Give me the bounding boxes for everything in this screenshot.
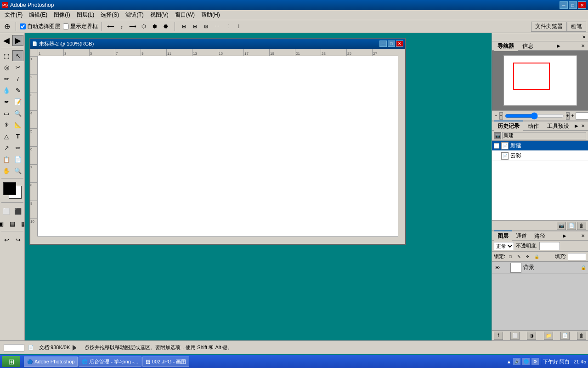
screen-mode-1[interactable]: ▣ [0,218,6,229]
jump-to-icon[interactable]: ↩ [1,234,12,245]
magic-wand-tool[interactable]: ✂ [12,62,23,73]
slice-tool[interactable]: / [12,73,23,84]
navigator-close[interactable]: ✕ [580,43,586,49]
show-bounds-checkbox[interactable]: 显示定界框 [63,23,98,30]
blur-tool[interactable]: ✳ [1,119,12,130]
tab-actions[interactable]: 动作 [524,121,543,131]
zoom-plus-button[interactable]: + [566,112,570,120]
marquee-tool[interactable]: ⬚ [1,50,12,61]
eyedropper-tool[interactable]: 📄 [12,154,23,165]
zoom-input[interactable]: 100% [576,112,588,120]
zoom-level-input[interactable]: 100% [4,344,24,351]
layer-delete-btn[interactable]: 🗑 [577,332,586,340]
shape-tool[interactable]: ✏ [12,142,23,153]
brush-button[interactable]: 画笔 [567,22,586,32]
maximize-button[interactable]: □ [569,1,577,9]
layer-new-btn[interactable]: 📄 [560,332,570,340]
history-expand[interactable]: ▶ [575,123,578,128]
distrib-e-icon[interactable]: ⋮ [223,22,233,32]
zoom-slider[interactable] [505,112,564,120]
canvas-close[interactable]: ✕ [396,40,403,47]
tab-channels[interactable]: 通道 [512,230,531,241]
history-back-icon[interactable]: ◀ [1,35,12,46]
lock-transparent-btn[interactable]: □ [507,253,514,260]
lock-position-btn[interactable]: ✛ [524,253,531,260]
menu-view[interactable]: 视图(V) [147,10,171,20]
align-top-icon[interactable]: ⬡ [139,22,149,32]
layer-visibility-icon[interactable]: 👁 [494,264,500,271]
menu-window[interactable]: 窗口(W) [172,10,198,20]
canvas-content[interactable] [38,56,398,236]
menu-file[interactable]: 文件(F) [2,10,25,20]
align-middle-icon[interactable]: ⬢ [150,22,160,32]
quick-mask-icon[interactable]: ⬛ [12,206,23,217]
fill-tool[interactable]: 🔍 [12,108,23,119]
zoom-minus-button[interactable]: − [499,112,503,120]
auto-select-checkbox[interactable]: 自动选择图层 [20,23,60,30]
path-select-tool[interactable]: ↗ [1,142,12,153]
file-browser-button[interactable]: 文件浏览器 [531,22,567,32]
lock-image-btn[interactable]: ✎ [515,253,523,260]
text-tool[interactable]: T [12,131,23,142]
canvas-scrollbar-vertical[interactable] [398,56,405,236]
distrib-f-icon[interactable]: ⁞ [234,22,244,32]
eraser-tool[interactable]: ▭ [1,108,12,119]
move-tool[interactable]: ↖ [12,50,23,61]
auto-select-input[interactable] [20,23,26,29]
action-play-btn[interactable] [73,345,78,351]
hand-tool[interactable]: ✋ [1,165,12,176]
zoom-tool[interactable]: 🔍 [12,165,23,176]
canvas-maximize[interactable]: □ [388,40,395,47]
stamp-tool[interactable]: ✒ [1,96,12,107]
right-panel-close[interactable]: ✕ [581,34,587,40]
tab-navigator[interactable]: 导航器 [494,40,518,51]
layer-adjustment-btn[interactable]: ◑ [527,332,536,340]
history-close[interactable]: ✕ [580,123,586,129]
taskbar-app-paint[interactable]: 🖼 002.JPG - 画图 [142,356,190,367]
layer-style-btn[interactable]: f [494,332,503,340]
history-item-new[interactable]: 📄 新建 [492,141,588,151]
history-new-document-btn[interactable]: 📄 [567,222,576,230]
tab-layers[interactable]: 图层 [494,230,512,241]
tab-history[interactable]: 历史记录 [494,121,523,131]
pen-tool[interactable]: △ [1,131,12,142]
align-center-icon[interactable]: ↕ [117,22,127,32]
history-brush-tool[interactable]: 📝 [12,96,23,107]
history-snap-icon[interactable]: 📷 [494,132,501,139]
layer-item-background[interactable]: 👁 背景 🔒 [492,262,588,274]
menu-help[interactable]: 帮助(H) [198,10,223,20]
dodge-tool[interactable]: 📐 [12,119,23,130]
lock-all-btn[interactable]: 🔒 [533,253,540,260]
blend-mode-select[interactable]: 正常 [494,242,514,250]
menu-select[interactable]: 选择(S) [98,10,122,20]
layer-group-btn[interactable]: 📁 [544,332,553,340]
history-forward-icon[interactable]: ▶ [12,35,23,46]
canvas-minimize[interactable]: ─ [379,40,387,47]
layer-mask-btn[interactable]: ⬜ [510,332,520,340]
menu-image[interactable]: 图像(I) [51,10,73,20]
distrib-c-icon[interactable]: ⊠ [201,22,211,32]
heal-tool[interactable]: 💧 [1,85,12,96]
tab-tool-presets[interactable]: 工具预设 [543,121,573,131]
minimize-button[interactable]: ─ [560,1,568,9]
opacity-input[interactable]: 100% [539,242,560,250]
distrib-h-icon[interactable]: ⊞ [179,22,189,32]
tab-paths[interactable]: 路径 [531,230,549,241]
taskbar-app-browser[interactable]: 🌐 后台管理 - 学习ing -... [79,356,141,367]
align-right-icon[interactable]: ⟶ [128,22,138,32]
menu-layer[interactable]: 图层(L) [74,10,97,20]
screen-mode-2[interactable]: ▤ [7,218,18,229]
imageready-icon[interactable]: ↪ [12,234,23,245]
lasso-tool[interactable]: ◎ [1,62,12,73]
brush-tool[interactable]: ✎ [12,85,23,96]
navigator-expand[interactable]: ▶ [557,43,560,48]
distrib-d-icon[interactable]: ⋯ [212,22,222,32]
crop-tool[interactable]: ✏ [1,73,12,84]
notes-tool[interactable]: 📋 [1,154,12,165]
close-button[interactable]: ✕ [578,1,586,9]
canvas-scrollbar-horizontal[interactable] [38,236,398,244]
history-delete-btn[interactable]: 🗑 [577,222,586,230]
menu-edit[interactable]: 编辑(E) [26,10,50,20]
standard-mode-icon[interactable]: ⬜ [1,206,12,217]
start-button[interactable]: ⊞ [2,356,20,367]
